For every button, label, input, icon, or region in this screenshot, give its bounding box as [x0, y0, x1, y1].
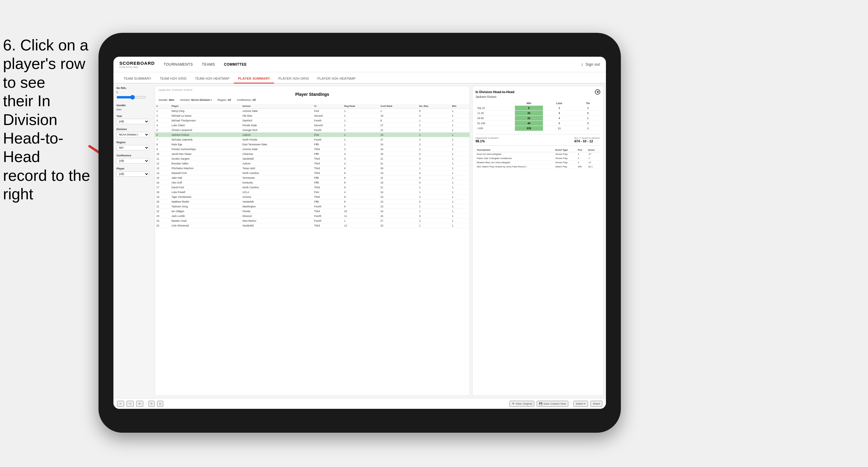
- table-row[interactable]: 25 Cole Sherwood Vanderbilt Third 12 23 …: [155, 223, 469, 228]
- table-row[interactable]: 16 Alex Goff Kentucky Fifth 8 19 0 1: [155, 180, 469, 185]
- tab-player-summary[interactable]: PLAYER SUMMARY: [234, 74, 274, 84]
- cell-reg: 1: [343, 114, 379, 118]
- cell-school: UCLA: [241, 190, 312, 194]
- table-row[interactable]: 18 Luke Powell UCLA First 4 24 1 1: [155, 190, 469, 194]
- cell-school: North Carolina: [241, 171, 312, 176]
- nav-committee[interactable]: COMMITTEE: [224, 61, 247, 68]
- cell-conf: 23: [379, 223, 418, 228]
- table-row[interactable]: 12 Brendan Valles Auburn Third 4 21 1 1: [155, 161, 469, 166]
- division-filter: Division NCAA Division I: [116, 128, 149, 137]
- region-filter: Region N/A: [116, 141, 149, 150]
- cell-player: Taehoon Song: [170, 204, 241, 209]
- toolbar-sep-1: [146, 401, 146, 406]
- table-row[interactable]: 7 Nicholas Gabrelcik North Florida Fourt…: [155, 137, 469, 142]
- cell-yr: Fifth: [312, 152, 343, 156]
- cell-yr: First: [312, 108, 343, 114]
- h2h-tie-cell: 1: [576, 126, 600, 131]
- save-custom-button[interactable]: 💾 Save Custom View: [537, 401, 568, 407]
- table-row[interactable]: 1 Wenyi Ding Arizona State First 1 1 8 1: [155, 108, 469, 114]
- conference-select[interactable]: (All): [116, 158, 149, 163]
- table-row[interactable]: 9 Preston Summerhays Arizona State Third…: [155, 147, 469, 152]
- cell-reg: 1: [343, 118, 379, 123]
- cell-reg: 12: [343, 223, 379, 228]
- col-no-rds: No. Rds.: [417, 104, 451, 108]
- col-school: School: [241, 104, 312, 108]
- cell-reg: 8: [343, 185, 379, 190]
- watch-button[interactable]: Watch ▾: [574, 401, 588, 407]
- paste-button[interactable]: ⎗: [157, 401, 163, 407]
- nav-items: TOURNAMENTS TEAMS COMMITTEE: [163, 61, 582, 68]
- redo-button[interactable]: ↪: [127, 401, 134, 407]
- cell-player: Nicholas Gabrelcik: [170, 137, 241, 142]
- nav-teams[interactable]: TEAMS: [202, 61, 215, 68]
- cell-yr: Third: [312, 161, 343, 166]
- share-button[interactable]: Share: [590, 401, 602, 407]
- cell-school: Arizona State: [241, 108, 312, 114]
- cell-num: 23: [155, 214, 170, 218]
- table-row[interactable]: 2 Michael La Sasso Ole Miss Second 1 18 …: [155, 114, 469, 118]
- logo-area: SCOREBOARD Powered by clippi: [119, 61, 155, 68]
- region-filter-display: Region: All: [218, 98, 231, 101]
- h2h-loss-cell: 6: [543, 121, 576, 126]
- table-row[interactable]: 13 Phichaksn Maichon Texas A&M Third 6 3…: [155, 166, 469, 171]
- table-row[interactable]: 8 Mats Ege East Tennessee State Fifth 1 …: [155, 142, 469, 147]
- table-row[interactable]: 23 Jack Lundin Missouri Fourth 11 24 0 1: [155, 214, 469, 218]
- table-row[interactable]: 17 David Ford North Carolina Third 8 21 …: [155, 185, 469, 190]
- cell-player: Mats Ege: [170, 142, 241, 147]
- cell-school: Auburn: [241, 132, 312, 137]
- cell-num: 12: [155, 161, 170, 166]
- cell-yr: Third: [312, 171, 343, 176]
- reset-button[interactable]: ⟳: [136, 401, 143, 407]
- cell-rds: 2: [417, 128, 451, 132]
- player-select[interactable]: (All): [116, 171, 149, 177]
- table-row[interactable]: 5 Christo Lamprecht Georgia Tech Fourth …: [155, 128, 469, 132]
- table-row[interactable]: 20 Matthew Riedel Vanderbilt Fifth 8 23 …: [155, 199, 469, 204]
- tab-team-summary[interactable]: TEAM SUMMARY: [119, 74, 156, 84]
- table-row[interactable]: 19 Tiger Christensen Arizona Third 8 23 …: [155, 194, 469, 199]
- cell-rds: 1: [417, 132, 451, 137]
- cell-rds: 0: [417, 199, 451, 204]
- cell-yr: Third: [312, 185, 343, 190]
- table-row[interactable]: 6 Jackson Koivun Auburn First 1 19 1 1: [155, 132, 469, 137]
- tourn-type: Stroke Play: [554, 152, 577, 156]
- undo-button[interactable]: ↩: [117, 401, 124, 407]
- table-row[interactable]: 11 Gordon Sargent Vanderbilt Third 4 21 …: [155, 156, 469, 161]
- cell-num: 10: [155, 152, 170, 156]
- table-row[interactable]: 4 Luke Claton Florida State Second 1 27 …: [155, 123, 469, 128]
- year-select[interactable]: (All): [116, 119, 149, 124]
- nav-tournaments[interactable]: TOURNAMENTS: [163, 61, 193, 68]
- h2h-close-button[interactable]: ✕: [595, 89, 600, 95]
- region-select[interactable]: N/A: [116, 145, 149, 150]
- tab-player-h2h-heatmap[interactable]: PLAYER H2H HEATMAP: [313, 74, 360, 84]
- cell-yr: Third: [312, 194, 343, 199]
- division-select[interactable]: NCAA Division I: [116, 132, 149, 137]
- table-row[interactable]: 14 Maxwell Ford North Carolina Third 8 2…: [155, 171, 469, 176]
- tablet-frame: SCOREBOARD Powered by clippi TOURNAMENTS…: [98, 33, 621, 433]
- cell-win: 1: [451, 214, 469, 218]
- cell-school: North Carolina: [241, 185, 312, 190]
- copy-button[interactable]: ⎘: [148, 401, 155, 407]
- sign-out-link[interactable]: Sign out: [586, 61, 600, 68]
- table-row[interactable]: 24 Bastien Amat New Mexico Fourth 1 27 2…: [155, 218, 469, 223]
- cell-rds: 8: [417, 108, 451, 114]
- cell-num: 24: [155, 218, 170, 223]
- table-row[interactable]: 3 Michael Thorbjornsen Stanford Fourth 1…: [155, 118, 469, 123]
- table-row[interactable]: 21 Taehoon Song Washington Fourth 6 23 1…: [155, 204, 469, 209]
- rounds-slider[interactable]: [116, 95, 146, 100]
- view-original-button[interactable]: 👁 View: Original: [509, 401, 534, 407]
- cell-conf: 30: [379, 166, 418, 171]
- cell-player: Luke Powell: [170, 190, 241, 194]
- table-row[interactable]: 15 Jake Hall Tennessee Fifth 6 21 0 1: [155, 176, 469, 180]
- gender-label: Gender: [116, 104, 149, 107]
- cell-win: 1: [451, 147, 469, 152]
- table-row[interactable]: 10 Jacob Mac Diwan Arkansas Fifth 4 25 0…: [155, 152, 469, 156]
- cell-win: 1: [451, 123, 469, 128]
- tourn-pos: 4: [577, 152, 587, 156]
- tab-player-h2h-grid[interactable]: PLAYER H2H GRID: [274, 74, 313, 84]
- h2h-col-loss: Loss: [543, 101, 576, 106]
- tab-team-h2h-grid[interactable]: TEAM H2H GRID: [156, 74, 191, 84]
- cell-conf: 25: [379, 152, 418, 156]
- tab-team-h2h-heatmap[interactable]: TEAM H2H HEATMAP: [191, 74, 234, 84]
- cell-player: David Ford: [170, 185, 241, 190]
- table-row[interactable]: 22 Ian Gilligan Florida Third 10 24 1 1: [155, 209, 469, 214]
